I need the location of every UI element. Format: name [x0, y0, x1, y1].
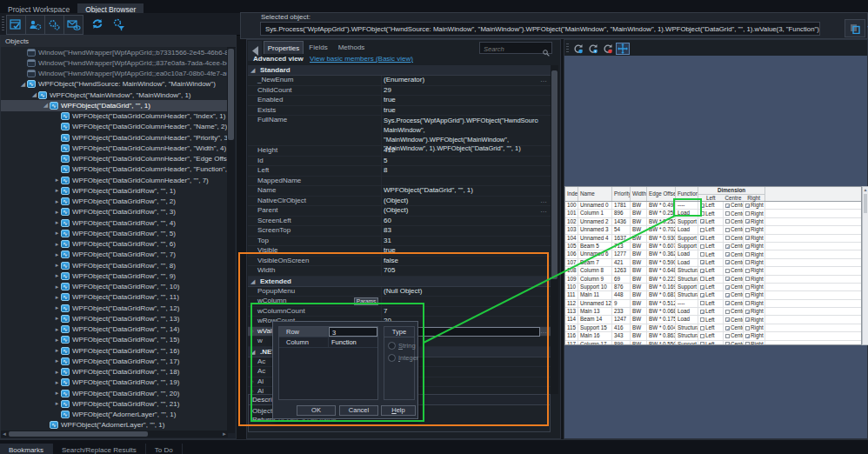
checkbox-unchecked-icon[interactable] — [745, 269, 750, 273]
selected-object-path[interactable]: Sys.Process("WpfAppGrid").WPFObject("Hwn… — [260, 22, 820, 36]
grid-cell[interactable]: 1781 — [612, 202, 631, 209]
tab-methods[interactable]: Methods — [333, 41, 370, 54]
checkbox-checked-icon[interactable]: ✓ — [725, 260, 730, 264]
checkbox-unchecked-icon[interactable] — [700, 277, 704, 281]
tree-expander-icon[interactable]: ▸ — [53, 198, 61, 205]
record-blue-icon[interactable] — [571, 43, 585, 55]
tree-expander-icon[interactable]: ▸ — [53, 209, 61, 216]
tree-expander-icon[interactable]: ▸ — [53, 284, 61, 290]
checkbox-unchecked-icon[interactable] — [700, 228, 704, 232]
grid-cell[interactable]: Structural — [676, 276, 698, 283]
grid-checkbox-cell[interactable]: Right — [744, 341, 765, 345]
grid-checkbox-cell[interactable]: ✓Cente — [724, 202, 744, 209]
ellipsis-button[interactable]: … — [540, 76, 548, 83]
grid-checkbox-cell[interactable]: Left — [698, 332, 724, 339]
checkbox-checked-icon[interactable]: ✓ — [745, 334, 750, 338]
record-blue-alt-icon[interactable] — [586, 43, 600, 55]
grid-cell[interactable]: 1436 — [612, 218, 631, 225]
ellipsis-button[interactable]: … — [540, 327, 548, 335]
checkbox-checked-icon[interactable]: ✓ — [725, 342, 730, 345]
checkbox-unchecked-icon[interactable] — [725, 236, 730, 240]
tree-item[interactable]: ▸∿WPFObject("DataGridRow", "", 5) — [1, 228, 228, 238]
grid-cell[interactable]: Support — [676, 284, 698, 290]
grid-cell[interactable]: 1263 — [612, 267, 631, 274]
grid-checkbox-cell[interactable]: ✓Cente — [724, 316, 744, 323]
tree-expander-icon[interactable]: ▸ — [53, 304, 61, 311]
grid-cell[interactable]: Unnamed 0 — [578, 202, 612, 209]
checkbox-checked-icon[interactable]: ✓ — [700, 269, 704, 273]
tab-bookmarks[interactable]: Bookmarks — [0, 444, 53, 454]
grid-row[interactable]: 109Column 969BWBW * 0.22344StructuralLef… — [565, 276, 861, 284]
grid-cell[interactable]: BW — [631, 243, 647, 250]
checkbox-checked-icon[interactable]: ✓ — [745, 310, 750, 314]
grid-checkbox-cell[interactable]: Cente — [724, 267, 744, 274]
section-collapse-icon[interactable]: ◢ — [250, 65, 255, 75]
property-row[interactable]: wColumnParams — [248, 297, 551, 307]
checkbox-unchecked-icon[interactable] — [745, 301, 750, 305]
refresh-icon[interactable] — [88, 15, 106, 33]
grid-row[interactable]: 108Column 81263BWBW * 0.64813Structural✓… — [565, 267, 861, 275]
tree-item[interactable]: ▸∿WPFObject("DataGridRow", "", 3) — [1, 207, 228, 217]
grid-cell[interactable]: BW * 0.36275 — [647, 250, 676, 257]
grid-cell[interactable]: Load — [676, 250, 698, 257]
search-input[interactable] — [482, 43, 543, 55]
grid-checkbox-cell[interactable]: Cente — [724, 332, 744, 339]
grid-cell[interactable]: 69 — [612, 276, 631, 283]
grid-cell[interactable]: BW * 0.68177 — [647, 291, 676, 298]
grid-cell[interactable]: Structural — [676, 291, 698, 298]
grid-cell[interactable]: 54 — [612, 226, 631, 233]
grid-cell[interactable]: BW * 0.60440 — [647, 324, 676, 331]
param-value-input[interactable]: 3 — [329, 327, 377, 337]
grid-checkbox-cell[interactable]: Left — [698, 324, 724, 331]
grid-cell[interactable]: Structural — [676, 324, 698, 331]
section-collapse-icon[interactable]: ◢ — [250, 277, 255, 286]
grid-cell[interactable]: 101 — [565, 210, 578, 217]
grid-cell[interactable]: Unnamed 6 — [578, 250, 612, 257]
property-row[interactable]: Visibletrue — [248, 246, 551, 257]
grid-row[interactable]: 107Beam 7421BWBW * 0.59096Load✓Left✓Cent… — [565, 259, 861, 267]
checkbox-unchecked-icon[interactable] — [745, 326, 750, 330]
checkbox-unchecked-icon[interactable] — [700, 244, 704, 249]
grid-checkbox-cell[interactable]: Left — [698, 316, 724, 323]
tree-vertical-scrollbar[interactable] — [227, 47, 235, 433]
tree-item[interactable]: ∿WPFObject("DataGridColumnHeader", "Func… — [1, 164, 228, 175]
grid-cell[interactable]: 102 — [565, 218, 578, 225]
grid-cell[interactable]: BW * 0.06836 — [647, 308, 676, 315]
grid-cell[interactable]: 896 — [612, 210, 631, 217]
tab-to-do[interactable]: To Do — [146, 444, 183, 454]
grid-row[interactable]: 115Support 15416BWBW * 0.60440Structural… — [565, 324, 861, 332]
tree-item[interactable]: ▸∿WPFObject("DataGridRow", "", 16) — [1, 345, 228, 356]
checkbox-checked-icon[interactable]: ✓ — [745, 204, 750, 208]
gears-icon[interactable] — [44, 15, 64, 35]
tree-expander-icon[interactable]: ▸ — [53, 177, 61, 184]
grid-column-header[interactable]: Priority — [612, 187, 631, 201]
tree-horizontal-scrollbar[interactable]: ◄ ► — [1, 431, 228, 437]
radio-string[interactable]: String — [388, 342, 414, 350]
grid-cell[interactable]: 876 — [612, 284, 631, 290]
tree-item[interactable]: ▸∿WPFObject("DataGridRow", "", 7) — [1, 250, 228, 260]
params-button[interactable]: Params — [354, 297, 378, 305]
tree-expander-icon[interactable]: ▸ — [53, 230, 61, 237]
grid-cell[interactable]: Unnamed 12 — [578, 300, 612, 307]
grid-checkbox-cell[interactable]: Cente — [724, 210, 744, 217]
tree-item[interactable]: ▸∿WPFObject("DataGridRow", "", 4) — [1, 217, 228, 228]
checkbox-unchecked-icon[interactable] — [725, 310, 730, 314]
tree-item[interactable]: ∿WPFObject("DataGridColumnHeader", "Name… — [1, 122, 228, 132]
grid-row[interactable]: 103Unnamed 354BWBW * 0.70239LoadLeftCent… — [565, 226, 861, 234]
view-basic-members-link[interactable]: View basic members (Basic view) — [310, 55, 413, 63]
grid-cell[interactable]: Support — [676, 341, 698, 345]
grid-cell[interactable]: BW * 0.70239 — [647, 226, 676, 233]
tree-item[interactable]: ∿WPFObject("AdornerLayer", "", 1) — [1, 420, 228, 431]
tree-expander-icon[interactable]: ▸ — [53, 390, 61, 397]
move-cross-icon[interactable] — [616, 43, 630, 55]
tree-item[interactable]: ▸∿WPFObject("DataGridRow", "", 10) — [1, 282, 228, 292]
grid-checkbox-cell[interactable]: Left — [698, 341, 724, 345]
tree-expander-icon[interactable]: ▸ — [53, 241, 61, 248]
tree-item[interactable]: ▸∿WPFObject("DataGridRow", "", 21) — [1, 398, 228, 409]
grid-cell[interactable]: 104 — [565, 235, 578, 242]
grid-cell[interactable]: 111 — [565, 291, 578, 298]
tree-expander-icon[interactable]: ▸ — [53, 294, 61, 301]
grid-cell[interactable]: Unnamed 2 — [578, 218, 612, 225]
tree-item[interactable]: Window("HwndWrapper[WpfAppGrid;;837e0afa… — [1, 57, 228, 68]
tree-expander-icon[interactable]: ▸ — [53, 379, 61, 386]
